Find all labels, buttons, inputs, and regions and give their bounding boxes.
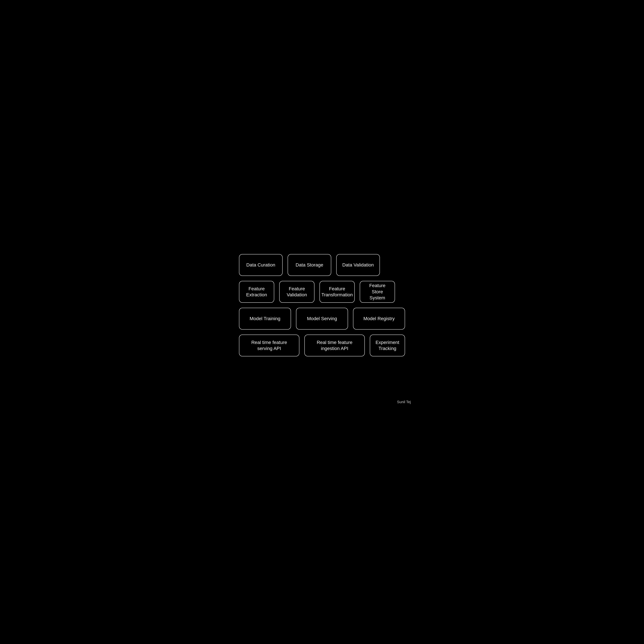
card-label-feature-validation: FeatureValidation [287, 286, 307, 298]
card-label-feature-extraction: FeatureExtraction [246, 286, 267, 298]
card-realtime-ingestion-api: Real time featureingestion API [304, 335, 365, 356]
card-data-validation: Data Validation [336, 254, 380, 276]
card-label-realtime-serving-api: Real time featureserving API [251, 339, 287, 352]
card-label-model-training: Model Training [250, 316, 280, 322]
card-model-training: Model Training [239, 308, 291, 330]
card-realtime-serving-api: Real time featureserving API [239, 335, 299, 356]
card-model-serving: Model Serving [296, 308, 348, 330]
card-feature-store-system: Feature StoreSystem [360, 281, 395, 303]
card-feature-extraction: FeatureExtraction [239, 281, 274, 303]
card-data-storage: Data Storage [288, 254, 331, 276]
row-2: FeatureExtraction FeatureValidation Feat… [239, 281, 405, 303]
card-experiment-tracking: ExperimentTracking [370, 335, 405, 356]
card-label-realtime-ingestion-api: Real time featureingestion API [317, 339, 352, 352]
card-label-data-curation: Data Curation [246, 262, 275, 268]
row-4: Real time featureserving API Real time f… [239, 335, 405, 356]
card-label-data-validation: Data Validation [342, 262, 374, 268]
watermark: Sunil Tej [397, 400, 411, 404]
card-label-model-serving: Model Serving [307, 316, 337, 322]
card-label-data-storage: Data Storage [296, 262, 323, 268]
card-label-feature-transformation: FeatureTransformation [321, 286, 353, 298]
card-model-registry: Model Registry [353, 308, 405, 330]
card-feature-validation: FeatureValidation [279, 281, 314, 303]
card-feature-transformation: FeatureTransformation [319, 281, 355, 303]
diagram-container: Data Curation Data Storage Data Validati… [239, 254, 405, 356]
row-1: Data Curation Data Storage Data Validati… [239, 254, 405, 276]
card-label-experiment-tracking: ExperimentTracking [375, 339, 399, 352]
card-label-feature-store-system: Feature StoreSystem [363, 283, 391, 301]
row-3: Model Training Model Serving Model Regis… [239, 308, 405, 330]
card-data-curation: Data Curation [239, 254, 283, 276]
card-label-model-registry: Model Registry [363, 316, 395, 322]
